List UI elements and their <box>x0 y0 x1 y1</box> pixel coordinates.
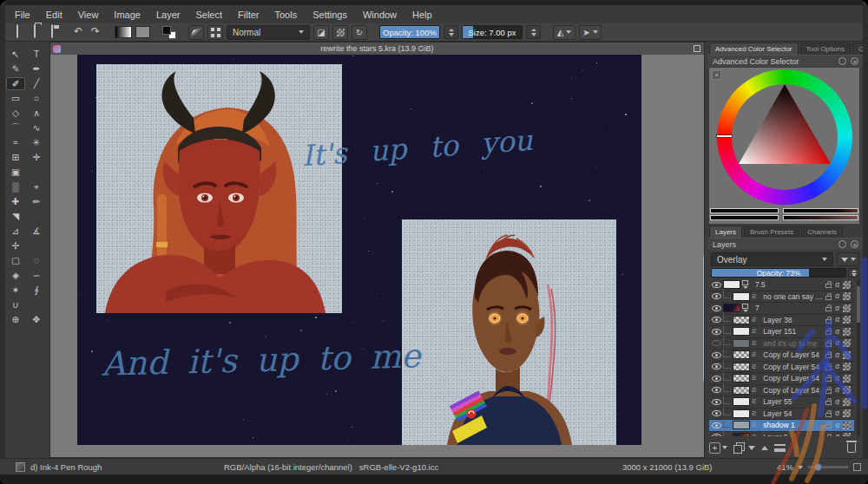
tool-move[interactable]: ✛ <box>27 151 46 164</box>
inherit-alpha-icon[interactable] <box>843 351 851 359</box>
alpha-lock-icon[interactable]: α <box>835 398 839 406</box>
tool-bezier-selection[interactable]: ∮ <box>27 284 46 297</box>
document-title-bar[interactable]: rewrite the stars 5.kra (13.9 GiB) <box>50 43 704 55</box>
alpha-lock-icon[interactable]: α <box>835 386 839 394</box>
float-layers-icon[interactable] <box>838 240 846 248</box>
lock-icon[interactable] <box>825 319 832 324</box>
zoom-slider[interactable] <box>807 466 849 468</box>
tool-multibrush[interactable]: ✳ <box>27 136 46 149</box>
lock-icon[interactable] <box>825 284 832 288</box>
layer-row[interactable]: Ƨ 7.5 α <box>709 279 854 291</box>
alpha-lock-icon[interactable]: α <box>835 409 839 417</box>
tool-rectangular-selection[interactable]: ▢ <box>6 254 25 267</box>
layer-row[interactable]: Ƨ Layer 38 α <box>709 315 854 327</box>
lock-icon[interactable] <box>825 330 832 335</box>
tool-polygonal-selection[interactable]: ◈ <box>6 269 25 282</box>
eraser-toggle-button[interactable]: ◪ <box>313 25 329 40</box>
visibility-icon[interactable] <box>712 422 721 428</box>
close-layers-icon[interactable] <box>851 240 858 248</box>
lock-icon[interactable] <box>825 413 832 417</box>
layer-row[interactable]: Ƨ 7 α <box>709 303 854 315</box>
size-slider[interactable]: Size: 7.00 px <box>462 25 523 39</box>
tab-advanced-color-selector[interactable]: Advanced Color Selector <box>709 43 799 55</box>
saturation-value-triangle[interactable] <box>717 69 852 205</box>
visibility-icon[interactable] <box>712 434 721 436</box>
tool-calligraphy[interactable]: ✒ <box>27 62 46 75</box>
tool-transform[interactable]: ⊞ <box>6 151 25 164</box>
layer-row[interactable]: Ƨ no one can say what ... α <box>709 291 854 304</box>
inherit-alpha-icon[interactable] <box>843 339 851 347</box>
visibility-icon[interactable] <box>712 376 721 382</box>
blend-mode-select[interactable]: Normal <box>227 25 310 40</box>
tool-fill[interactable]: ◥ <box>6 210 25 223</box>
layer-row[interactable]: Ƨ Layer 54 α <box>709 409 854 421</box>
zoom-fit-button[interactable] <box>853 463 861 471</box>
layer-properties-button[interactable] <box>774 444 786 452</box>
visibility-icon[interactable] <box>712 340 721 346</box>
visibility-icon[interactable] <box>712 329 721 335</box>
color-history-strip-2[interactable] <box>710 215 858 220</box>
tool-magnetic-selection[interactable]: ∪ <box>6 298 25 311</box>
tool-assistants[interactable]: ⊿ <box>6 225 25 238</box>
visibility-icon[interactable] <box>712 317 721 323</box>
alpha-lock-icon[interactable]: α <box>835 363 839 370</box>
lock-icon[interactable] <box>825 424 832 428</box>
move-layer-down-button[interactable] <box>748 446 755 450</box>
float-docker-icon[interactable] <box>838 57 846 65</box>
alpha-lock-icon[interactable]: α <box>835 292 839 300</box>
advanced-color-selector[interactable]: ≡ <box>709 68 859 224</box>
tool-bezier-curve[interactable]: ⌒ <box>6 121 25 134</box>
tool-polyline[interactable]: ∧ <box>27 107 46 120</box>
menu-settings[interactable]: Settings <box>305 8 355 22</box>
fg-bg-color-swatch[interactable] <box>162 26 176 39</box>
inherit-alpha-icon[interactable] <box>843 328 851 336</box>
opacity-slider[interactable]: Opacity: 100% <box>379 25 440 39</box>
tool-freehand-brush[interactable]: ✐ <box>6 77 25 90</box>
close-docker-icon[interactable] <box>851 57 858 65</box>
inherit-alpha-icon[interactable] <box>843 281 851 289</box>
tab-tool-options[interactable]: Tool Options <box>800 43 851 55</box>
float-document-button[interactable] <box>694 45 700 52</box>
tool-polygon[interactable]: ◇ <box>6 107 25 120</box>
gradient-chooser[interactable] <box>115 26 132 38</box>
lock-icon[interactable] <box>825 354 832 358</box>
color-selector-settings-icon[interactable]: ≡ <box>712 70 721 80</box>
layer-row[interactable]: Ƨ Copy of Layer 54 α <box>709 362 854 374</box>
layer-row[interactable]: Ƨ shadow 1 α <box>709 420 854 432</box>
layer-row[interactable]: Ƨ Layer 5 α <box>709 432 854 437</box>
inherit-alpha-icon[interactable] <box>843 398 851 406</box>
tool-rectangle[interactable]: ▭ <box>6 92 25 105</box>
inherit-alpha-icon[interactable] <box>843 363 851 370</box>
visibility-icon[interactable] <box>712 293 721 299</box>
tool-similar-color-selection[interactable]: ✶ <box>6 284 25 297</box>
tab-brush-presets[interactable]: Brush Presets <box>744 226 799 238</box>
canvas-viewport[interactable]: It's up to you And it's up to me <box>50 55 704 457</box>
lock-icon[interactable] <box>825 401 832 405</box>
current-brush[interactable]: d) Ink-4 Pen Rough <box>16 459 102 475</box>
visibility-icon[interactable] <box>712 282 721 288</box>
visibility-icon[interactable] <box>712 410 721 416</box>
size-spinner[interactable] <box>526 25 541 39</box>
lock-icon[interactable] <box>825 389 832 394</box>
tool-measure[interactable]: ∡ <box>27 225 46 238</box>
tool-smart-patch[interactable]: ✚ <box>6 195 25 208</box>
lock-icon[interactable] <box>825 307 832 311</box>
mirror-horizontal-button[interactable]: ◭ <box>553 25 575 40</box>
menu-select[interactable]: Select <box>187 8 230 22</box>
menu-filter[interactable]: Filter <box>230 8 266 22</box>
menu-tools[interactable]: Tools <box>267 8 306 22</box>
tool-gradient[interactable]: ▒ <box>6 180 25 193</box>
inherit-alpha-icon[interactable] <box>843 433 851 436</box>
inherit-alpha-icon[interactable] <box>843 409 851 417</box>
alpha-lock-icon[interactable]: α <box>835 339 839 347</box>
lock-icon[interactable] <box>825 296 832 300</box>
mirror-vertical-button[interactable]: ➤ <box>579 25 602 40</box>
zoom-dropdown-icon[interactable] <box>798 466 803 469</box>
lock-icon[interactable] <box>825 377 832 382</box>
tool-crop[interactable]: ▣ <box>6 166 25 179</box>
undo-icon[interactable]: ↶ <box>71 26 85 38</box>
zoom-level[interactable]: 41% <box>777 462 793 472</box>
lock-icon[interactable] <box>825 343 832 347</box>
visibility-icon[interactable] <box>712 352 721 358</box>
inherit-alpha-icon[interactable] <box>843 375 851 383</box>
